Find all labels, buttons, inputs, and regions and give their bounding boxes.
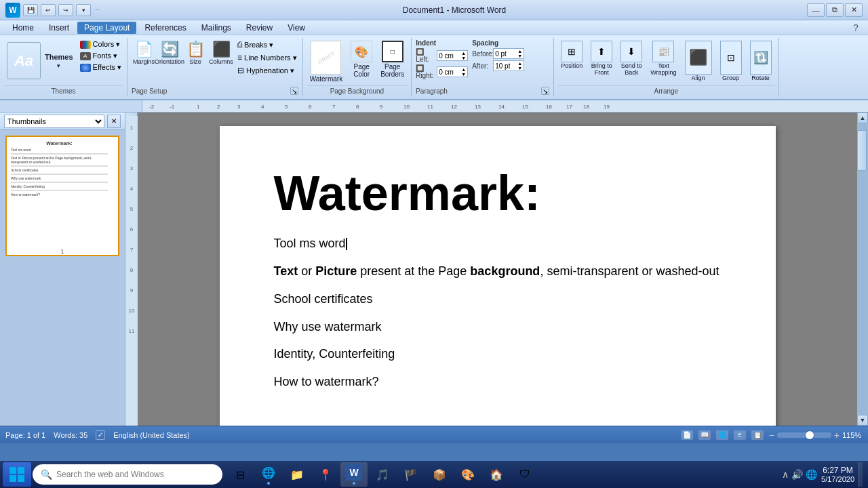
- paint-btn[interactable]: 🎨: [454, 462, 481, 487]
- doc-page[interactable]: Watermark: Tool ms word Text or Picture …: [220, 126, 776, 426]
- position-button[interactable]: ⊞ Position: [558, 39, 585, 70]
- spacing-before-up[interactable]: ▲: [517, 49, 522, 54]
- scroll-down-btn[interactable]: ▼: [857, 415, 868, 426]
- menu-view[interactable]: View: [281, 22, 312, 34]
- task-view-btn[interactable]: ⊟: [226, 462, 254, 487]
- thumbnail-page-1[interactable]: Watermark: Tool ms word Text or Picture …: [5, 136, 119, 256]
- minimize-btn[interactable]: —: [807, 3, 825, 17]
- quick-save-btn[interactable]: 💾: [23, 4, 38, 16]
- page-setup-dialog-btn[interactable]: ↘: [290, 87, 298, 95]
- start-button[interactable]: [3, 462, 31, 487]
- scroll-thumb[interactable]: [857, 130, 867, 171]
- system-clock[interactable]: 6:27 PM 5/17/2020: [821, 466, 854, 483]
- search-input[interactable]: [56, 470, 214, 479]
- menu-review[interactable]: Review: [239, 22, 279, 34]
- scroll-up-btn[interactable]: ▲: [857, 113, 868, 123]
- menu-home[interactable]: Home: [5, 22, 41, 34]
- indent-left-input[interactable]: 0 cm ▲ ▼: [437, 50, 468, 61]
- doc-area[interactable]: Watermark: Tool ms word Text or Picture …: [138, 113, 857, 426]
- sidebar-dropdown[interactable]: Thumbnails Document Map Outline: [4, 115, 104, 128]
- send-to-back-button[interactable]: ⬇ Send toBack: [618, 39, 645, 77]
- close-btn[interactable]: ✕: [845, 3, 863, 17]
- doc-para-1[interactable]: Tool ms word: [274, 234, 722, 253]
- word-btn[interactable]: W: [340, 462, 368, 487]
- fonts-button[interactable]: A Fonts ▾: [79, 51, 123, 61]
- view-reading-btn[interactable]: 📖: [698, 430, 711, 440]
- music-btn[interactable]: 🎵: [369, 462, 396, 487]
- zoom-slider-track[interactable]: [777, 432, 831, 438]
- app11-btn[interactable]: 🛡: [511, 462, 538, 487]
- view-draft-btn[interactable]: 📋: [751, 430, 764, 440]
- maps-btn[interactable]: 📍: [312, 462, 339, 487]
- indent-right-down[interactable]: ▼: [461, 72, 466, 77]
- line-numbers-button[interactable]: ≡ Line Numbers ▾: [236, 52, 298, 63]
- spell-check-icon[interactable]: ✓: [96, 430, 105, 440]
- undo-btn[interactable]: ↩: [41, 4, 56, 16]
- explorer-btn[interactable]: 📁: [283, 462, 311, 487]
- redo-btn[interactable]: ↪: [58, 4, 73, 16]
- menu-mailings[interactable]: Mailings: [195, 22, 238, 34]
- orientation-button[interactable]: 🔄 Orientation: [157, 39, 182, 66]
- paragraph-dialog-btn[interactable]: ↘: [541, 87, 549, 95]
- spacing-before-down[interactable]: ▼: [517, 54, 522, 58]
- chrome-btn[interactable]: 🌐: [255, 462, 282, 487]
- zoom-out-btn[interactable]: −: [769, 430, 774, 441]
- menu-page-layout[interactable]: Page Layout: [77, 22, 136, 34]
- doc-para-2[interactable]: Text or Picture present at the Page back…: [274, 262, 722, 281]
- rotate-button[interactable]: 🔃 Rotate: [747, 39, 774, 83]
- bring-to-front-button[interactable]: ⬆ Bring toFront: [588, 39, 615, 77]
- menu-references[interactable]: References: [138, 22, 193, 34]
- tray-network-icon[interactable]: 🌐: [806, 469, 817, 480]
- customize-btn[interactable]: ▾: [76, 4, 91, 16]
- margins-button[interactable]: 📄 Margins: [132, 39, 156, 66]
- columns-button[interactable]: ⬛ Columns: [209, 39, 233, 66]
- spacing-after-up[interactable]: ▲: [517, 61, 522, 66]
- indent-right-input[interactable]: 0 cm ▲ ▼: [437, 66, 468, 77]
- indent-right-value: 0 cm: [439, 68, 454, 76]
- view-web-btn[interactable]: 🌐: [716, 430, 728, 440]
- colors-button[interactable]: Colors ▾: [79, 39, 123, 49]
- spacing-after-down[interactable]: ▼: [517, 66, 522, 70]
- doc-para-5[interactable]: Identity, Counterfeiting: [274, 344, 722, 364]
- indent-left-down[interactable]: ▼: [461, 56, 466, 60]
- effects-button[interactable]: Effects ▾: [79, 62, 123, 73]
- text-wrapping-button[interactable]: 📰 TextWrapping: [648, 39, 679, 77]
- size-button[interactable]: 📋 Size: [183, 39, 208, 66]
- indent-left-spinner: ▲ ▼: [461, 51, 466, 60]
- doc-para-4[interactable]: Why use watermark: [274, 317, 722, 337]
- taskbar-search[interactable]: 🔍: [33, 464, 222, 485]
- doc-para-3[interactable]: School certificates: [274, 289, 722, 309]
- watermark-button[interactable]: DRAFT Watermark: [307, 39, 346, 84]
- group-button[interactable]: ⊡ Group: [717, 39, 745, 83]
- maximize-btn[interactable]: ⧉: [826, 3, 844, 17]
- tray-speaker-icon[interactable]: 🔊: [791, 469, 803, 480]
- page-borders-button[interactable]: □ PageBorders: [378, 39, 407, 79]
- app10-btn[interactable]: 🏠: [483, 462, 510, 487]
- indent-right-up[interactable]: ▲: [461, 67, 466, 72]
- indent-left-up[interactable]: ▲: [461, 51, 466, 56]
- align-button[interactable]: ⬛ Align: [682, 39, 715, 83]
- ribbon-toggle[interactable]: ?: [849, 22, 863, 33]
- ruler-corner: [0, 100, 142, 112]
- winrar-btn[interactable]: 🏴: [397, 462, 425, 487]
- windows-logo: [9, 466, 25, 483]
- sidebar-close-btn[interactable]: ✕: [107, 115, 121, 128]
- view-outline-btn[interactable]: ≡: [734, 430, 746, 440]
- themes-button[interactable]: Aa Themes▾: [4, 39, 76, 82]
- page-setup-items: 📄 Margins 🔄 Orientation 📋 Size ⬛ Columns: [132, 39, 298, 87]
- hyphenation-button[interactable]: ⊟ Hyphenation ▾: [236, 65, 298, 76]
- view-normal-btn[interactable]: 📄: [681, 430, 693, 440]
- spacing-before-input[interactable]: 0 pt ▲ ▼: [493, 48, 524, 59]
- spacing-after-input[interactable]: 10 pt ▲ ▼: [493, 60, 524, 71]
- page-color-button[interactable]: 🎨 PageColor: [348, 39, 375, 79]
- doc-body[interactable]: Tool ms word Text or Picture present at …: [274, 234, 722, 392]
- breaks-button[interactable]: ⎙ Breaks ▾: [236, 39, 298, 50]
- tray-expand-btn[interactable]: ∧: [782, 469, 789, 480]
- zoom-thumb[interactable]: [806, 431, 814, 439]
- doc-para-6[interactable]: How to watermark?: [274, 372, 722, 392]
- menu-insert[interactable]: Insert: [42, 22, 76, 34]
- show-desktop-btn[interactable]: [859, 462, 863, 487]
- zoom-in-btn[interactable]: +: [834, 430, 840, 441]
- vbox-btn[interactable]: 📦: [426, 462, 453, 487]
- scroll-track[interactable]: [857, 123, 868, 415]
